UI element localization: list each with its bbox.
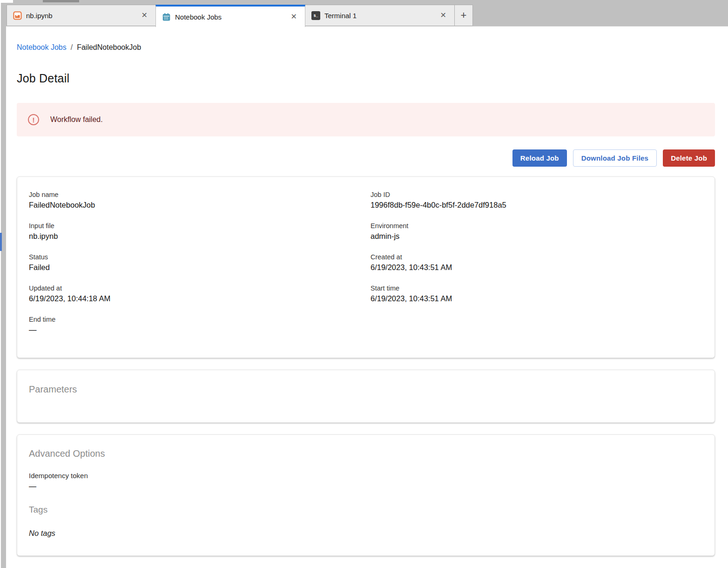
parameters-heading: Parameters xyxy=(29,384,703,395)
field-label: End time xyxy=(29,316,361,323)
breadcrumb-current: FailedNotebookJob xyxy=(77,43,141,51)
field-value: 6/19/2023, 10:44:18 AM xyxy=(29,294,361,303)
download-job-files-button[interactable]: Download Job Files xyxy=(573,149,657,167)
field-job-name: Job name FailedNotebookJob xyxy=(29,191,361,210)
tab-label: nb.ipynb xyxy=(26,12,53,20)
calendar-icon xyxy=(162,13,171,21)
notebook-icon xyxy=(13,11,22,20)
details-right-column: Job ID 1996f8db-f59e-4b0c-bf5f-2dde7df91… xyxy=(371,191,703,347)
main-content: Notebook Jobs/FailedNotebookJob Job Deta… xyxy=(6,26,728,568)
reload-job-button[interactable]: Reload Job xyxy=(512,149,567,167)
field-label: Job ID xyxy=(371,191,703,198)
field-value: 6/19/2023, 10:43:51 AM xyxy=(371,294,703,303)
close-icon[interactable]: ✕ xyxy=(140,11,149,20)
advanced-options-card: Advanced Options Idempotency token — Tag… xyxy=(17,434,715,556)
field-value: admin-js xyxy=(371,232,703,241)
new-tab-button[interactable]: + xyxy=(454,5,473,26)
field-label: Input file xyxy=(29,222,361,230)
tags-heading: Tags xyxy=(29,505,703,515)
tab-notebook-file[interactable]: nb.ipynb ✕ xyxy=(7,5,156,26)
job-details-card: Job name FailedNotebookJob Input file nb… xyxy=(17,176,715,358)
field-value: 6/19/2023, 10:43:51 AM xyxy=(371,263,703,272)
field-value: 1996f8db-f59e-4b0c-bf5f-2dde7df918a5 xyxy=(371,201,703,210)
error-alert: ! Workflow failed. xyxy=(17,103,715,136)
tab-terminal[interactable]: $_ Terminal 1 ✕ xyxy=(305,5,455,26)
left-panel-edge xyxy=(1,0,6,568)
details-left-column: Job name FailedNotebookJob Input file nb… xyxy=(29,191,361,347)
idempotency-token-value: — xyxy=(29,482,703,491)
field-label: Environment xyxy=(371,222,703,230)
advanced-options-heading: Advanced Options xyxy=(29,448,703,459)
tags-empty-value: No tags xyxy=(29,529,703,538)
tab-label: Notebook Jobs xyxy=(175,13,222,21)
field-environment: Environment admin-js xyxy=(371,222,703,241)
field-value: Failed xyxy=(29,263,361,272)
idempotency-token-label: Idempotency token xyxy=(29,472,703,480)
field-label: Start time xyxy=(371,284,703,292)
top-divider-remnant xyxy=(43,0,79,2)
field-input-file: Input file nb.ipynb xyxy=(29,222,361,241)
breadcrumb-separator: / xyxy=(71,43,73,51)
field-label: Created at xyxy=(371,253,703,261)
field-end-time: End time — xyxy=(29,316,361,334)
field-value: FailedNotebookJob xyxy=(29,201,361,210)
breadcrumb: Notebook Jobs/FailedNotebookJob xyxy=(17,43,141,52)
field-label: Status xyxy=(29,253,361,261)
tab-notebook-jobs[interactable]: Notebook Jobs ✕ xyxy=(155,5,305,27)
close-icon[interactable]: ✕ xyxy=(438,11,448,20)
field-label: Updated at xyxy=(29,284,361,292)
page-title: Job Detail xyxy=(17,72,69,85)
field-value: nb.ipynb xyxy=(29,232,361,241)
close-icon[interactable]: ✕ xyxy=(289,12,299,21)
breadcrumb-notebook-jobs-link[interactable]: Notebook Jobs xyxy=(17,43,67,51)
left-scroll-indicator xyxy=(0,233,2,251)
terminal-icon: $_ xyxy=(311,11,320,20)
delete-job-button[interactable]: Delete Job xyxy=(663,149,715,167)
top-left-gap xyxy=(0,0,13,3)
field-value: — xyxy=(29,325,361,334)
field-created-at: Created at 6/19/2023, 10:43:51 AM xyxy=(371,253,703,272)
job-actions: Reload Job Download Job Files Delete Job xyxy=(512,149,715,167)
alert-message: Workflow failed. xyxy=(50,115,103,124)
field-label: Job name xyxy=(29,191,361,198)
field-start-time: Start time 6/19/2023, 10:43:51 AM xyxy=(371,284,703,303)
field-job-id: Job ID 1996f8db-f59e-4b0c-bf5f-2dde7df91… xyxy=(371,191,703,210)
error-icon: ! xyxy=(28,114,39,125)
tab-label: Terminal 1 xyxy=(324,12,357,20)
plus-icon: + xyxy=(461,10,467,20)
field-status: Status Failed xyxy=(29,253,361,272)
parameters-card: Parameters xyxy=(17,370,715,423)
field-updated-at: Updated at 6/19/2023, 10:44:18 AM xyxy=(29,284,361,303)
jupyterlab-window: nb.ipynb ✕ Notebook Jobs ✕ $_ Terminal 1… xyxy=(0,0,728,568)
